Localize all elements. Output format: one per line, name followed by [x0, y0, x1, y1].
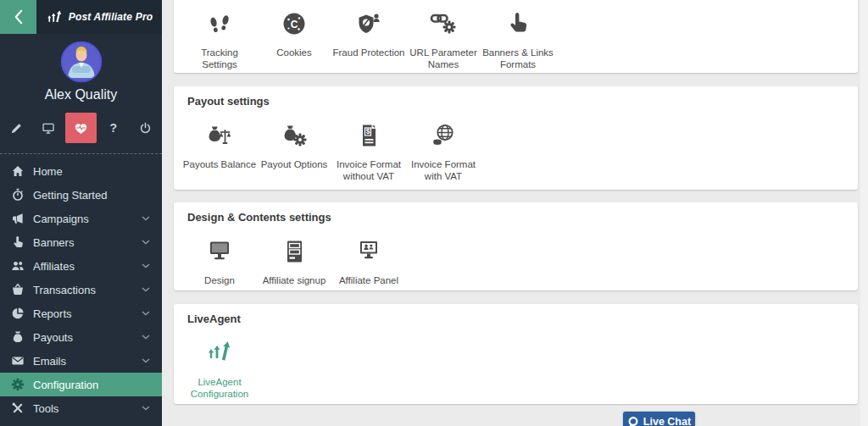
collapse-sidebar-button[interactable] [0, 0, 36, 34]
pie-chart-icon [11, 307, 25, 320]
affiliate-panel-icon [331, 239, 406, 268]
chevron-down-icon [142, 406, 150, 411]
chevron-left-icon [14, 9, 23, 25]
pencil-icon [10, 122, 23, 135]
sidebar-header: Post Affiliate Pro [0, 0, 162, 34]
health-status-button[interactable] [64, 113, 97, 143]
sidebar-item-payouts[interactable]: Payouts [0, 325, 162, 349]
svg-text:C: C [291, 19, 298, 30]
sidebar-item-affiliates[interactable]: Affiliates [0, 254, 162, 278]
heartbeat-tile [65, 113, 97, 143]
config-item-tracking-settings[interactable]: Tracking Settings [182, 11, 257, 70]
config-item-design[interactable]: Design [182, 239, 257, 286]
card-liveagent: LiveAgent LiveAgent Configuration [174, 304, 858, 404]
config-item-payout-options[interactable]: Payout Options [257, 123, 331, 182]
sidebar-nav: Home Getting Started Campaigns Bann [0, 159, 162, 420]
livechat-bubble-icon [627, 416, 639, 426]
cookie-icon: C [257, 11, 331, 40]
config-item-affiliate-signup[interactable]: Affiliate signup [257, 239, 331, 286]
moneybag-gear-icon [257, 123, 331, 152]
sidebar-item-getting-started[interactable]: Getting Started [0, 183, 162, 207]
chevron-down-icon [142, 263, 150, 268]
envelope-icon [11, 354, 25, 368]
help-button[interactable]: ? [97, 113, 130, 143]
logout-button[interactable] [130, 113, 162, 143]
screen-button[interactable] [32, 113, 64, 143]
config-item-liveagent-configuration[interactable]: LiveAgent Configuration [182, 340, 257, 400]
config-item-invoice-format-with-vat[interactable]: Invoice Format with VAT [406, 123, 481, 182]
megaphone-icon [11, 212, 25, 225]
card-tracking-settings: Tracking Settings C Cookies [174, 0, 858, 73]
card-payout-settings: Payout settings Payou [174, 86, 858, 190]
config-item-cookies[interactable]: C Cookies [257, 11, 331, 70]
rising-arrows-icon [46, 9, 63, 25]
config-item-fraud-protection[interactable]: Fraud Protection [331, 11, 406, 70]
config-item-banners-links-formats[interactable]: Banners & Links Formats [481, 11, 555, 70]
shield-icon [331, 11, 406, 40]
hand-pointer-icon [481, 11, 555, 40]
config-item-affiliate-panel[interactable]: Affiliate Panel [331, 239, 406, 286]
moneybag-scale-icon [182, 123, 257, 152]
app-logo: Post Affiliate Pro [36, 9, 162, 25]
post-affiliate-pro-app: Post Affiliate Pro Alex Quality [0, 0, 868, 426]
rising-arrows-icon [182, 340, 257, 369]
invoice-icon: $ [331, 123, 406, 152]
card-title: Design & Contents settings [182, 211, 858, 226]
sidebar: Post Affiliate Pro Alex Quality [0, 0, 162, 426]
sidebar-divider [0, 153, 162, 154]
config-item-invoice-format-without-vat[interactable]: $ Invoice Format without VAT [331, 123, 406, 182]
live-chat-button[interactable]: Live Chat [623, 412, 695, 426]
signup-form-icon [257, 239, 331, 268]
chevron-down-icon [142, 335, 150, 340]
sidebar-item-tools[interactable]: Tools [0, 396, 162, 420]
quick-actions: ? [0, 113, 162, 143]
card-design-contents-settings: Design & Contents settings Design [174, 202, 858, 290]
sidebar-item-emails[interactable]: Emails [0, 349, 162, 373]
hand-pointer-icon [11, 235, 25, 249]
chevron-down-icon [142, 311, 150, 316]
question-icon: ? [109, 121, 117, 135]
avatar[interactable] [60, 41, 103, 83]
money-bag-icon [11, 330, 25, 344]
config-item-payouts-balance[interactable]: Payouts Balance [182, 123, 257, 182]
user-profile: Alex Quality [0, 41, 162, 102]
logo-text: Post Affiliate Pro [69, 11, 153, 23]
monitor-icon [42, 122, 55, 135]
home-icon [11, 164, 25, 178]
scrollbar-track[interactable] [860, 0, 868, 426]
edit-profile-button[interactable] [0, 113, 32, 143]
card-title: LiveAgent [182, 313, 858, 328]
monitor-icon [182, 239, 257, 268]
chevron-down-icon [142, 287, 150, 292]
sidebar-item-reports[interactable]: Reports [0, 302, 162, 325]
basket-icon [11, 283, 25, 296]
main-content: Tracking Settings C Cookies [162, 0, 868, 426]
sidebar-item-campaigns[interactable]: Campaigns [0, 207, 162, 230]
power-icon [139, 122, 152, 135]
sidebar-item-configuration[interactable]: Configuration [0, 373, 162, 396]
sidebar-item-home[interactable]: Home [0, 159, 162, 183]
globe-money-icon [406, 123, 481, 152]
users-icon [11, 259, 25, 273]
chevron-down-icon [142, 358, 150, 363]
link-gear-icon [406, 11, 481, 40]
footprints-icon [182, 11, 257, 40]
tools-icon [11, 401, 25, 415]
card-title: Payout settings [182, 95, 858, 110]
heartbeat-icon [74, 122, 88, 135]
sidebar-item-transactions[interactable]: Transactions [0, 278, 162, 302]
stopwatch-icon [11, 188, 25, 202]
chevron-down-icon [142, 240, 150, 245]
user-name: Alex Quality [0, 87, 162, 102]
config-item-url-parameter-names[interactable]: URL Parameter Names [406, 11, 481, 70]
gear-icon [11, 378, 25, 391]
sidebar-item-banners[interactable]: Banners [0, 230, 162, 254]
svg-text:$: $ [366, 127, 370, 136]
live-chat-label: Live Chat [643, 416, 691, 426]
chevron-down-icon [142, 216, 150, 221]
